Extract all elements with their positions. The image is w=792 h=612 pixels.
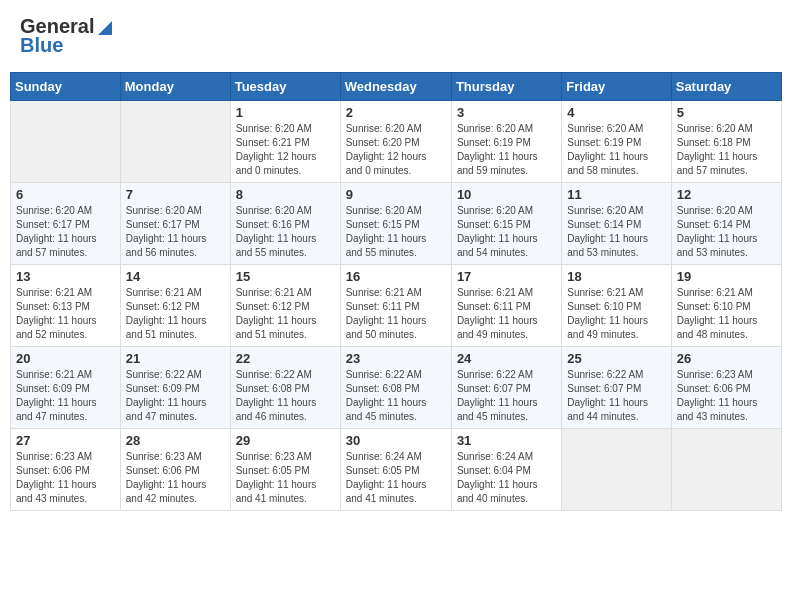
calendar-header-thursday: Thursday [451, 73, 561, 101]
day-number: 19 [677, 269, 776, 284]
calendar-cell: 15Sunrise: 6:21 AM Sunset: 6:12 PM Dayli… [230, 265, 340, 347]
calendar-header-friday: Friday [562, 73, 671, 101]
day-info: Sunrise: 6:22 AM Sunset: 6:07 PM Dayligh… [567, 368, 665, 424]
calendar-cell: 18Sunrise: 6:21 AM Sunset: 6:10 PM Dayli… [562, 265, 671, 347]
day-number: 15 [236, 269, 335, 284]
calendar-cell: 3Sunrise: 6:20 AM Sunset: 6:19 PM Daylig… [451, 101, 561, 183]
day-number: 9 [346, 187, 446, 202]
calendar: SundayMondayTuesdayWednesdayThursdayFrid… [10, 72, 782, 511]
day-number: 14 [126, 269, 225, 284]
calendar-cell [11, 101, 121, 183]
calendar-cell: 5Sunrise: 6:20 AM Sunset: 6:18 PM Daylig… [671, 101, 781, 183]
calendar-week-2: 6Sunrise: 6:20 AM Sunset: 6:17 PM Daylig… [11, 183, 782, 265]
logo-blue-text: Blue [20, 34, 63, 57]
svg-marker-0 [98, 21, 112, 35]
day-info: Sunrise: 6:21 AM Sunset: 6:13 PM Dayligh… [16, 286, 115, 342]
day-number: 16 [346, 269, 446, 284]
day-info: Sunrise: 6:20 AM Sunset: 6:17 PM Dayligh… [16, 204, 115, 260]
day-number: 31 [457, 433, 556, 448]
calendar-cell: 20Sunrise: 6:21 AM Sunset: 6:09 PM Dayli… [11, 347, 121, 429]
calendar-cell: 1Sunrise: 6:20 AM Sunset: 6:21 PM Daylig… [230, 101, 340, 183]
day-info: Sunrise: 6:20 AM Sunset: 6:21 PM Dayligh… [236, 122, 335, 178]
day-number: 3 [457, 105, 556, 120]
calendar-cell: 29Sunrise: 6:23 AM Sunset: 6:05 PM Dayli… [230, 429, 340, 511]
day-number: 11 [567, 187, 665, 202]
day-info: Sunrise: 6:20 AM Sunset: 6:14 PM Dayligh… [677, 204, 776, 260]
day-info: Sunrise: 6:22 AM Sunset: 6:08 PM Dayligh… [236, 368, 335, 424]
calendar-cell: 19Sunrise: 6:21 AM Sunset: 6:10 PM Dayli… [671, 265, 781, 347]
calendar-cell: 2Sunrise: 6:20 AM Sunset: 6:20 PM Daylig… [340, 101, 451, 183]
calendar-week-5: 27Sunrise: 6:23 AM Sunset: 6:06 PM Dayli… [11, 429, 782, 511]
day-info: Sunrise: 6:22 AM Sunset: 6:07 PM Dayligh… [457, 368, 556, 424]
calendar-cell: 14Sunrise: 6:21 AM Sunset: 6:12 PM Dayli… [120, 265, 230, 347]
day-number: 25 [567, 351, 665, 366]
day-number: 23 [346, 351, 446, 366]
header: General Blue [10, 10, 782, 62]
calendar-header-sunday: Sunday [11, 73, 121, 101]
day-info: Sunrise: 6:21 AM Sunset: 6:11 PM Dayligh… [346, 286, 446, 342]
day-info: Sunrise: 6:22 AM Sunset: 6:09 PM Dayligh… [126, 368, 225, 424]
day-number: 4 [567, 105, 665, 120]
day-info: Sunrise: 6:21 AM Sunset: 6:12 PM Dayligh… [236, 286, 335, 342]
day-info: Sunrise: 6:20 AM Sunset: 6:19 PM Dayligh… [457, 122, 556, 178]
day-number: 22 [236, 351, 335, 366]
day-info: Sunrise: 6:20 AM Sunset: 6:14 PM Dayligh… [567, 204, 665, 260]
calendar-cell: 31Sunrise: 6:24 AM Sunset: 6:04 PM Dayli… [451, 429, 561, 511]
day-info: Sunrise: 6:20 AM Sunset: 6:20 PM Dayligh… [346, 122, 446, 178]
day-info: Sunrise: 6:21 AM Sunset: 6:10 PM Dayligh… [677, 286, 776, 342]
calendar-cell: 6Sunrise: 6:20 AM Sunset: 6:17 PM Daylig… [11, 183, 121, 265]
day-number: 17 [457, 269, 556, 284]
day-info: Sunrise: 6:21 AM Sunset: 6:12 PM Dayligh… [126, 286, 225, 342]
day-info: Sunrise: 6:24 AM Sunset: 6:04 PM Dayligh… [457, 450, 556, 506]
day-info: Sunrise: 6:22 AM Sunset: 6:08 PM Dayligh… [346, 368, 446, 424]
calendar-header-wednesday: Wednesday [340, 73, 451, 101]
calendar-week-3: 13Sunrise: 6:21 AM Sunset: 6:13 PM Dayli… [11, 265, 782, 347]
day-number: 8 [236, 187, 335, 202]
day-number: 13 [16, 269, 115, 284]
day-info: Sunrise: 6:20 AM Sunset: 6:15 PM Dayligh… [457, 204, 556, 260]
day-info: Sunrise: 6:20 AM Sunset: 6:19 PM Dayligh… [567, 122, 665, 178]
logo: General Blue [20, 15, 114, 57]
calendar-cell: 12Sunrise: 6:20 AM Sunset: 6:14 PM Dayli… [671, 183, 781, 265]
calendar-cell: 28Sunrise: 6:23 AM Sunset: 6:06 PM Dayli… [120, 429, 230, 511]
day-number: 12 [677, 187, 776, 202]
day-info: Sunrise: 6:21 AM Sunset: 6:10 PM Dayligh… [567, 286, 665, 342]
day-info: Sunrise: 6:23 AM Sunset: 6:06 PM Dayligh… [677, 368, 776, 424]
calendar-week-1: 1Sunrise: 6:20 AM Sunset: 6:21 PM Daylig… [11, 101, 782, 183]
calendar-week-4: 20Sunrise: 6:21 AM Sunset: 6:09 PM Dayli… [11, 347, 782, 429]
day-info: Sunrise: 6:24 AM Sunset: 6:05 PM Dayligh… [346, 450, 446, 506]
day-number: 20 [16, 351, 115, 366]
day-info: Sunrise: 6:20 AM Sunset: 6:15 PM Dayligh… [346, 204, 446, 260]
logo-triangle-icon [96, 19, 114, 37]
day-info: Sunrise: 6:23 AM Sunset: 6:05 PM Dayligh… [236, 450, 335, 506]
calendar-header-row: SundayMondayTuesdayWednesdayThursdayFrid… [11, 73, 782, 101]
calendar-cell: 25Sunrise: 6:22 AM Sunset: 6:07 PM Dayli… [562, 347, 671, 429]
calendar-header-saturday: Saturday [671, 73, 781, 101]
calendar-cell: 27Sunrise: 6:23 AM Sunset: 6:06 PM Dayli… [11, 429, 121, 511]
calendar-cell [562, 429, 671, 511]
calendar-header-monday: Monday [120, 73, 230, 101]
calendar-cell: 16Sunrise: 6:21 AM Sunset: 6:11 PM Dayli… [340, 265, 451, 347]
calendar-cell: 23Sunrise: 6:22 AM Sunset: 6:08 PM Dayli… [340, 347, 451, 429]
day-number: 21 [126, 351, 225, 366]
day-number: 6 [16, 187, 115, 202]
calendar-cell: 7Sunrise: 6:20 AM Sunset: 6:17 PM Daylig… [120, 183, 230, 265]
calendar-header-tuesday: Tuesday [230, 73, 340, 101]
day-info: Sunrise: 6:20 AM Sunset: 6:18 PM Dayligh… [677, 122, 776, 178]
day-number: 29 [236, 433, 335, 448]
day-info: Sunrise: 6:20 AM Sunset: 6:17 PM Dayligh… [126, 204, 225, 260]
day-number: 26 [677, 351, 776, 366]
day-number: 2 [346, 105, 446, 120]
day-info: Sunrise: 6:20 AM Sunset: 6:16 PM Dayligh… [236, 204, 335, 260]
day-info: Sunrise: 6:23 AM Sunset: 6:06 PM Dayligh… [126, 450, 225, 506]
calendar-cell: 24Sunrise: 6:22 AM Sunset: 6:07 PM Dayli… [451, 347, 561, 429]
calendar-cell [671, 429, 781, 511]
day-number: 27 [16, 433, 115, 448]
calendar-cell: 4Sunrise: 6:20 AM Sunset: 6:19 PM Daylig… [562, 101, 671, 183]
day-number: 30 [346, 433, 446, 448]
day-number: 18 [567, 269, 665, 284]
calendar-cell: 9Sunrise: 6:20 AM Sunset: 6:15 PM Daylig… [340, 183, 451, 265]
day-number: 10 [457, 187, 556, 202]
day-number: 5 [677, 105, 776, 120]
calendar-cell: 26Sunrise: 6:23 AM Sunset: 6:06 PM Dayli… [671, 347, 781, 429]
